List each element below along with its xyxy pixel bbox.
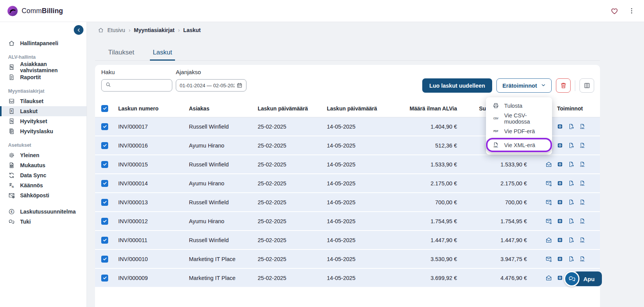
sidebar-item-label: Hyvityslasku (20, 128, 53, 134)
sidebar-spacer (0, 200, 87, 207)
table-row-inv-000010[interactable]: INV/000010Marketing IT Place25-02-202514… (95, 250, 600, 269)
sidebar-item-data-sync[interactable]: Data Sync (0, 170, 87, 180)
table-row-inv-000009[interactable]: INV/000009Marketing IT Place25-02-202514… (95, 269, 600, 288)
envelope-open-icon[interactable] (545, 237, 552, 243)
export-pdf-icon[interactable] (568, 180, 574, 187)
row-checkbox[interactable] (101, 218, 108, 225)
online-payment-icon[interactable] (557, 123, 563, 130)
tab-tilaukset[interactable]: Tilaukset (105, 44, 137, 60)
online-payment-icon[interactable] (557, 180, 563, 187)
export-xml-icon[interactable]: XML (579, 161, 586, 168)
export-pdf-icon[interactable] (568, 218, 574, 224)
sidebar-collapse-button[interactable] (74, 25, 83, 35)
export-xml-icon[interactable]: XML (579, 199, 586, 205)
heart-icon[interactable] (610, 7, 619, 15)
breadcrumb-separator-icon: › (178, 27, 180, 33)
delete-button[interactable] (556, 78, 571, 93)
sidebar-item-hallintapaneeli[interactable]: Hallintapaneeli (0, 38, 87, 48)
chat-icon[interactable] (564, 271, 579, 287)
row-checkbox[interactable] (101, 180, 108, 187)
menu-item-vie-xml-era[interactable]: XMLVie XML-erä (486, 138, 552, 152)
sidebar-item-yleinen[interactable]: Yleinen (0, 150, 87, 160)
online-payment-icon[interactable] (557, 199, 563, 205)
row-checkbox[interactable] (101, 275, 108, 282)
breadcrumb-item-etusivu[interactable]: Etusivu (107, 27, 125, 33)
recreate-invoices-button[interactable]: Luo laskut uudelleen (422, 78, 492, 93)
batch-actions-button[interactable]: Erätoiminnot (496, 78, 552, 93)
table-row-inv-000015[interactable]: INV/000015Russell Winfield25-02-202514-0… (95, 155, 600, 174)
column-header-laskun-numero: Laskun numero (118, 105, 189, 112)
envelope-open-icon[interactable] (545, 161, 552, 168)
customer-name: Ayumu Hirano (189, 218, 258, 224)
invoice-date: 25-02-2025 (258, 237, 327, 243)
sidebar-item-laskutussuunnitelma[interactable]: €Laskutussuunnitelma (0, 207, 87, 217)
sidebar-item-kaannos[interactable]: AKäännös (0, 180, 87, 190)
envelope-send-icon[interactable] (545, 180, 552, 187)
more-menu-icon[interactable] (628, 7, 636, 15)
table-row-inv-000014[interactable]: INV/000014Ayumu Hirano25-02-202514-05-20… (95, 174, 600, 193)
export-pdf-icon[interactable] (568, 256, 574, 262)
menu-item-vie-csv-muodossa[interactable]: CSVVie CSV-muodossa (486, 112, 552, 125)
svg-text:XML: XML (580, 146, 585, 148)
menu-item-vie-pdf-era[interactable]: PDFVie PDF-erä (486, 125, 552, 137)
sidebar-item-label: Hallintapaneeli (20, 40, 58, 46)
sidebar-item-laskut[interactable]: €Laskut (0, 106, 87, 116)
export-pdf-icon[interactable] (568, 161, 574, 168)
search-field[interactable] (114, 83, 168, 88)
invoice-date-2: 14-05-2025 (327, 180, 393, 187)
tab-laskut[interactable]: Laskut (150, 44, 175, 60)
export-xml-icon[interactable]: XML (579, 237, 586, 243)
customer-name: Ayumu Hirano (189, 180, 258, 187)
online-payment-icon[interactable] (557, 161, 563, 168)
table-row-inv-000013[interactable]: INV/000013Russell Winfield25-02-202514-0… (95, 193, 600, 212)
table-row-inv-000012[interactable]: INV/000012Ayumu Hirano25-02-202514-05-20… (95, 212, 600, 231)
date-range-input[interactable]: 01-01-2024 — 02-05-202 (176, 79, 246, 92)
export-pdf-icon[interactable] (568, 237, 574, 243)
sidebar-item-hyvitykset[interactable]: Hyvitykset (0, 116, 87, 126)
select-all-checkbox[interactable] (101, 105, 108, 112)
sidebar-item-hyvityslasku[interactable]: Hyvityslasku (0, 126, 87, 136)
online-payment-icon[interactable] (557, 218, 563, 224)
export-xml-icon[interactable]: XML (579, 218, 586, 224)
row-checkbox[interactable] (101, 199, 108, 206)
row-checkbox[interactable] (101, 237, 108, 244)
sidebar-item-raportit[interactable]: Raportit (0, 72, 87, 82)
row-checkbox[interactable] (101, 123, 108, 130)
envelope-send-icon[interactable] (545, 256, 552, 262)
sidebar-item-mukautus[interactable]: Mukautus (0, 160, 87, 170)
row-checkbox[interactable] (101, 256, 108, 263)
breadcrumb-item-myyntiasiakirjat[interactable]: Myyntiasiakirjat (134, 27, 175, 33)
columns-button[interactable] (579, 78, 594, 93)
envelope-send-icon[interactable] (545, 218, 552, 224)
online-payment-icon[interactable] (557, 256, 563, 262)
export-pdf-icon[interactable] (568, 123, 574, 130)
sidebar-item-tuki[interactable]: Tuki (0, 217, 87, 227)
breadcrumb-home-icon[interactable] (98, 27, 104, 33)
envelope-open-icon[interactable] (545, 275, 552, 281)
svg-text:XML: XML (580, 241, 585, 243)
online-payment-icon[interactable] (557, 275, 563, 281)
table-row-inv-000011[interactable]: INV/000011Russell Winfield25-02-202514-0… (95, 231, 600, 250)
export-xml-icon[interactable]: XML (579, 142, 586, 149)
row-checkbox[interactable] (101, 142, 108, 149)
menu-item-label: Vie XML-erä (504, 142, 535, 148)
menu-item-tulosta[interactable]: Tulosta (486, 99, 552, 112)
export-pdf-icon[interactable] (568, 142, 574, 149)
refund-icon (8, 118, 15, 125)
export-xml-icon[interactable]: XML (579, 180, 586, 187)
export-xml-icon[interactable]: XML (579, 123, 586, 130)
sidebar-item-asiakkaan-vahvistaminen[interactable]: Asiakkaan vahvistaminen (0, 62, 87, 72)
export-pdf-icon[interactable] (568, 199, 574, 205)
online-payment-icon[interactable] (557, 237, 563, 243)
envelope-send-icon[interactable] (545, 199, 552, 205)
sidebar-item-sahkoposti[interactable]: Sähköposti (0, 190, 87, 200)
svg-text:CSV: CSV (493, 117, 499, 120)
search-input[interactable] (101, 79, 172, 92)
sidebar-item-tilaukset[interactable]: Tilaukset (0, 96, 87, 106)
export-xml-icon[interactable]: XML (579, 256, 586, 262)
amount-total: 2.175,00 € (458, 180, 543, 187)
row-checkbox[interactable] (101, 161, 108, 168)
online-payment-icon[interactable] (557, 142, 563, 149)
calendar-icon[interactable] (236, 82, 243, 88)
csv-icon: CSV (493, 115, 499, 122)
